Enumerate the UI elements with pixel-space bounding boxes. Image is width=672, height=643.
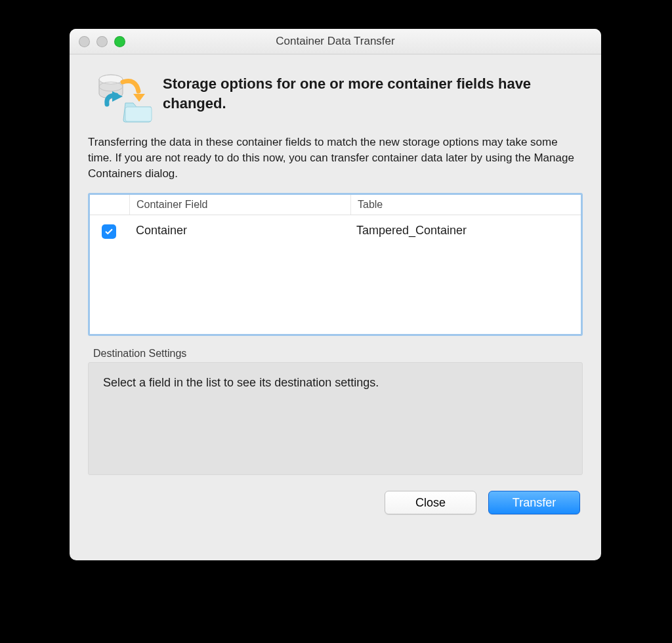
- titlebar: Container Data Transfer: [70, 29, 601, 54]
- container-list[interactable]: Container Field Table Container Tampered…: [88, 193, 583, 336]
- window-close-button[interactable]: [79, 36, 90, 47]
- window-zoom-button[interactable]: [114, 36, 125, 47]
- button-row: Close Transfer: [88, 491, 583, 514]
- window-minimize-button[interactable]: [96, 36, 108, 47]
- checkbox-column-header: [90, 195, 130, 215]
- transfer-button[interactable]: Transfer: [488, 491, 580, 514]
- check-icon: [104, 227, 114, 236]
- description-text: Transferring the data in these container…: [88, 135, 583, 181]
- table-column-header: Table: [351, 195, 581, 215]
- dialog-content: Storage options for one or more containe…: [70, 54, 601, 560]
- dialog-window: Container Data Transfer: [70, 29, 601, 560]
- destination-placeholder: Select a field in the list to see its de…: [103, 376, 379, 389]
- destination-settings-label: Destination Settings: [93, 348, 583, 360]
- svg-rect-5: [125, 107, 152, 121]
- destination-settings-box: Select a field in the list to see its de…: [88, 362, 583, 475]
- container-field-column-header: Container Field: [130, 195, 351, 215]
- list-row[interactable]: Container Tampered_Container: [90, 215, 581, 245]
- row-table: Tampered_Container: [350, 220, 581, 241]
- header-message: Storage options for one or more containe…: [160, 68, 583, 113]
- close-button[interactable]: Close: [385, 491, 476, 514]
- list-header: Container Field Table: [90, 195, 581, 215]
- window-controls: [79, 36, 125, 47]
- svg-marker-3: [133, 94, 145, 102]
- svg-point-1: [99, 75, 123, 84]
- row-container-field: Container: [129, 220, 350, 241]
- transfer-icon: [88, 68, 160, 123]
- row-checkbox[interactable]: [102, 224, 116, 239]
- window-title: Container Data Transfer: [276, 35, 394, 48]
